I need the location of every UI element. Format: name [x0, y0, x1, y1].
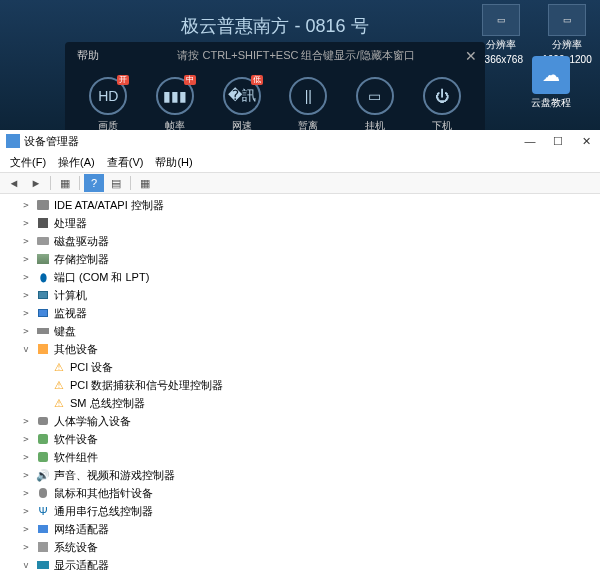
overlay-挂机-button[interactable]: ▭挂机	[356, 77, 394, 133]
pci-capture[interactable]: ⚠PCI 数据捕获和信号处理控制器	[0, 376, 600, 394]
expand-icon[interactable]: >	[20, 416, 32, 426]
ic-hid-icon	[35, 414, 51, 428]
monitor-icon: ▭	[482, 4, 520, 36]
expand-icon[interactable]: v	[20, 344, 32, 354]
expand-icon[interactable]: >	[20, 218, 32, 228]
expand-icon[interactable]: >	[20, 452, 32, 462]
overlay-暂离-button[interactable]: ||暂离	[289, 77, 327, 133]
cloud-icon: ☁	[532, 56, 570, 94]
sound-video-game[interactable]: >🔊声音、视频和游戏控制器	[0, 466, 600, 484]
ports[interactable]: >⬮端口 (COM 和 LPT)	[0, 268, 600, 286]
close-icon[interactable]: ✕	[465, 48, 477, 64]
ic-usb-icon: Ψ	[35, 504, 51, 518]
disk-drive[interactable]: >磁盘驱动器	[0, 232, 600, 250]
help-link[interactable]: 帮助	[77, 48, 99, 63]
res-label: 分辨率	[552, 38, 582, 52]
pci-device[interactable]: ⚠PCI 设备	[0, 358, 600, 376]
ic-warn-icon: ⚠	[51, 378, 67, 392]
expand-icon[interactable]: >	[20, 308, 32, 318]
expand-icon[interactable]: >	[20, 470, 32, 480]
expand-icon[interactable]: >	[20, 488, 32, 498]
expand-icon[interactable]: >	[20, 200, 32, 210]
expand-icon[interactable]: >	[20, 524, 32, 534]
device-tree[interactable]: >IDE ATA/ATAPI 控制器>处理器>磁盘驱动器>存储控制器>⬮端口 (…	[0, 194, 600, 570]
network-adapter[interactable]: >网络适配器	[0, 520, 600, 538]
storage-controller[interactable]: >存储控制器	[0, 250, 600, 268]
tree-label: PCI 设备	[70, 360, 113, 375]
help-button[interactable]: ?	[84, 174, 104, 192]
sm-bus[interactable]: ⚠SM 总线控制器	[0, 394, 600, 412]
ic-kb-icon	[35, 324, 51, 338]
forward-button[interactable]: ►	[26, 174, 46, 192]
expand-icon[interactable]: >	[20, 272, 32, 282]
overlay-icon: ||	[289, 77, 327, 115]
back-button[interactable]: ◄	[4, 174, 24, 192]
tree-label: 系统设备	[54, 540, 98, 555]
scan-button[interactable]: ▦	[135, 174, 155, 192]
monitor[interactable]: >监视器	[0, 304, 600, 322]
tree-label: 存储控制器	[54, 252, 109, 267]
menu-file[interactable]: 文件(F)	[4, 153, 52, 172]
tree-label: 鼠标和其他指针设备	[54, 486, 153, 501]
ic-mon-icon	[35, 306, 51, 320]
expand-icon[interactable]: >	[20, 506, 32, 516]
desktop-icon-cloud[interactable]: ☁ 云盘教程	[522, 56, 580, 110]
expand-icon[interactable]: >	[20, 236, 32, 246]
ic-mouse-icon	[35, 486, 51, 500]
overlay-icon: ▮▮▮中	[156, 77, 194, 115]
tree-label: 端口 (COM 和 LPT)	[54, 270, 149, 285]
ic-disk-icon	[35, 198, 51, 212]
expand-icon[interactable]: >	[20, 254, 32, 264]
expand-icon[interactable]: >	[20, 542, 32, 552]
hid[interactable]: >人体学输入设备	[0, 412, 600, 430]
tree-label: 人体学输入设备	[54, 414, 131, 429]
tree-label: 显示适配器	[54, 558, 109, 571]
software-devices[interactable]: >软件设备	[0, 430, 600, 448]
computer[interactable]: >计算机	[0, 286, 600, 304]
disk-controller[interactable]: >IDE ATA/ATAPI 控制器	[0, 196, 600, 214]
menu-help[interactable]: 帮助(H)	[149, 153, 198, 172]
ic-port-icon: ⬮	[35, 270, 51, 284]
tree-label: 计算机	[54, 288, 87, 303]
overlay-帧率-button[interactable]: ▮▮▮中帧率	[156, 77, 194, 133]
maximize-button[interactable]: ☐	[544, 131, 572, 151]
expand-icon[interactable]: >	[20, 434, 32, 444]
badge: 低	[251, 75, 263, 85]
display-adapter[interactable]: v显示适配器	[0, 556, 600, 570]
minimize-button[interactable]: —	[516, 131, 544, 151]
menu-action[interactable]: 操作(A)	[52, 153, 101, 172]
ic-drive-icon	[35, 234, 51, 248]
tree-label: 其他设备	[54, 342, 98, 357]
other-devices[interactable]: v其他设备	[0, 340, 600, 358]
toolbar: ◄ ► ▦ ? ▤ ▦	[0, 172, 600, 194]
processor[interactable]: >处理器	[0, 214, 600, 232]
overlay-下机-button[interactable]: ⏻下机	[423, 77, 461, 133]
overlay-icon: HD开	[89, 77, 127, 115]
show-hide-button[interactable]: ▦	[55, 174, 75, 192]
properties-button[interactable]: ▤	[106, 174, 126, 192]
expand-icon[interactable]: >	[20, 326, 32, 336]
ic-sound-icon: 🔊	[35, 468, 51, 482]
software-components[interactable]: >软件组件	[0, 448, 600, 466]
menu-view[interactable]: 查看(V)	[101, 153, 150, 172]
overlay-icon: ▭	[356, 77, 394, 115]
tree-label: 软件组件	[54, 450, 98, 465]
close-button[interactable]: ✕	[572, 131, 600, 151]
tree-label: 监视器	[54, 306, 87, 321]
expand-icon[interactable]: v	[20, 560, 32, 570]
tree-label: 磁盘驱动器	[54, 234, 109, 249]
system-devices[interactable]: >系统设备	[0, 538, 600, 556]
mouse[interactable]: >鼠标和其他指针设备	[0, 484, 600, 502]
ic-other-icon	[35, 342, 51, 356]
ic-warn-icon: ⚠	[51, 396, 67, 410]
tree-label: 键盘	[54, 324, 76, 339]
ic-warn-icon: ⚠	[51, 360, 67, 374]
keyboard[interactable]: >键盘	[0, 322, 600, 340]
overlay-icon: ⏻	[423, 77, 461, 115]
overlay-画质-button[interactable]: HD开画质	[89, 77, 127, 133]
expand-icon[interactable]: >	[20, 290, 32, 300]
usb-controller[interactable]: >Ψ通用串行总线控制器	[0, 502, 600, 520]
hint-text: 请按 CTRL+SHIFT+ESC 组合键显示/隐藏本窗口	[119, 48, 473, 63]
ic-sw-icon	[35, 450, 51, 464]
overlay-网速-button[interactable]: �訊低网速	[223, 77, 261, 133]
